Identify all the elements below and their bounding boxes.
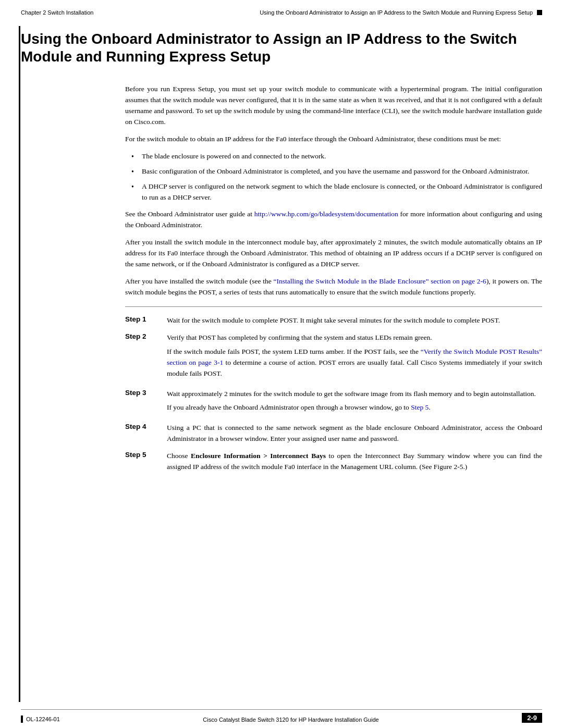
top-header: Chapter 2 Switch Installation Using the …	[0, 0, 563, 20]
p5-link[interactable]: “Installing the Switch Module in the Bla…	[274, 277, 486, 285]
steps-section: Step 1 Wait for the switch module to com…	[125, 315, 542, 473]
bullet-list: The blade enclosure is powered on and co…	[136, 151, 542, 203]
step-1-row: Step 1 Wait for the switch module to com…	[125, 315, 542, 326]
footer-divider	[21, 709, 542, 710]
step-3-extra-before-link: If you already have the Onboard Administ…	[167, 403, 411, 411]
step-2-extra-before-link: If the switch module fails POST, the sys…	[167, 348, 421, 355]
left-margin-bar	[19, 26, 20, 702]
step-2-content: Verify that POST has completed by confir…	[167, 332, 542, 382]
step-5-text-bold: Enclosure Information > Interconnect Bay…	[191, 452, 326, 460]
footer-doc-id: OL-12246-01	[26, 716, 60, 722]
header-left-text: Chapter 2 Switch Installation	[21, 9, 93, 16]
footer-left: OL-12246-01	[21, 715, 60, 723]
paragraph-5: After you have installed the switch modu…	[125, 276, 542, 298]
step-2-extra: If the switch module fails POST, the sys…	[167, 347, 542, 379]
step-3-text: Wait approximately 2 minutes for the swi…	[167, 389, 542, 400]
step-5-row: Step 5 Choose Enclosure Information > In…	[125, 451, 542, 473]
step-3-row: Step 3 Wait approximately 2 minutes for …	[125, 389, 542, 417]
step-1-label: Step 1	[125, 315, 167, 326]
paragraph-3: See the Onboard Administrator user guide…	[125, 209, 542, 231]
p5-text-before-link: After you have installed the switch modu…	[125, 277, 274, 285]
title-section: Using the Onboard Administrator to Assig…	[0, 20, 563, 84]
header-right-label: Using the Onboard Administrator to Assig…	[260, 9, 533, 16]
step-2-label: Step 2	[125, 332, 167, 382]
step-2-extra-after-link: to determine a course of action. POST er…	[167, 359, 542, 377]
page-title: Using the Onboard Administrator to Assig…	[21, 30, 542, 65]
step-3-extra-after-link: .	[429, 403, 430, 411]
section-divider	[125, 306, 542, 307]
step-5-text-before-bold: Choose	[167, 452, 191, 460]
step-2-row: Step 2 Verify that POST has completed by…	[125, 332, 542, 382]
step-5-content: Choose Enclosure Information > Interconn…	[167, 451, 542, 473]
step-3-label: Step 3	[125, 389, 167, 417]
bullet-item-3: A DHCP server is configured on the netwo…	[136, 181, 542, 203]
step-4-content: Using a PC that is connected to the same…	[167, 423, 542, 445]
paragraph-4: After you install the switch module in t…	[125, 237, 542, 270]
header-right-text: Using the Onboard Administrator to Assig…	[260, 9, 542, 16]
bullet-item-2: Basic configuration of the Onboard Admin…	[136, 166, 542, 177]
step-3-content: Wait approximately 2 minutes for the swi…	[167, 389, 542, 417]
footer-right: 2-9	[522, 713, 542, 723]
step-5-label: Step 5	[125, 451, 167, 473]
step-4-label: Step 4	[125, 423, 167, 445]
footer-content: OL-12246-01 Cisco Catalyst Blade Switch …	[21, 713, 542, 723]
step-1-content: Wait for the switch module to complete P…	[167, 315, 542, 326]
page-container: Chapter 2 Switch Installation Using the …	[0, 0, 563, 728]
step-3-extra-link[interactable]: Step 5	[411, 403, 429, 411]
step-2-text: Verify that POST has completed by confir…	[167, 332, 542, 343]
main-content: Before you run Express Setup, you must s…	[0, 84, 563, 473]
paragraph-1: Before you run Express Setup, you must s…	[125, 84, 542, 128]
bullet-item-1: The blade enclosure is powered on and co…	[136, 151, 542, 162]
footer-center: Cisco Catalyst Blade Switch 3120 for HP …	[60, 717, 522, 723]
footer-left-bar	[21, 715, 23, 723]
p3-text-before-link: See the Onboard Administrator user guide…	[125, 210, 254, 218]
bottom-footer: OL-12246-01 Cisco Catalyst Blade Switch …	[0, 704, 563, 728]
step-3-extra: If you already have the Onboard Administ…	[167, 402, 542, 413]
p3-link[interactable]: http://www.hp.com/go/bladesystem/documen…	[254, 210, 398, 218]
paragraph-2: For the switch module to obtain an IP ad…	[125, 134, 542, 145]
step-4-row: Step 4 Using a PC that is connected to t…	[125, 423, 542, 445]
footer-page-num: 2-9	[522, 713, 542, 723]
header-black-square	[537, 10, 542, 15]
